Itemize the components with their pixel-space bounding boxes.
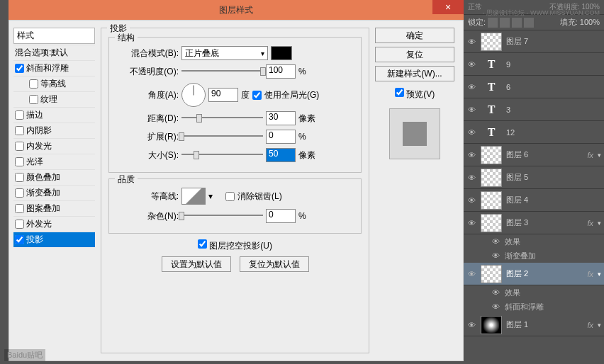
style-checkbox[interactable]	[15, 204, 24, 213]
angle-dial[interactable]	[181, 83, 206, 107]
style-item[interactable]: 内发光	[13, 138, 95, 154]
style-checkbox[interactable]	[15, 142, 24, 151]
style-item[interactable]: 颜色叠加	[13, 169, 95, 185]
size-input[interactable]: 50	[266, 148, 296, 162]
dialog-title-bar[interactable]: 图层样式 ×	[9, 0, 464, 20]
visibility-icon[interactable]: 👁	[466, 151, 476, 159]
layer-thumbnail[interactable]	[481, 33, 502, 51]
blend-mode-select[interactable]: 正片叠底	[181, 46, 268, 60]
visibility-icon[interactable]: 👁	[466, 128, 476, 137]
layer-item[interactable]: 👁图层 6fx ▾	[464, 144, 604, 166]
layer-thumbnail[interactable]: T	[481, 123, 502, 142]
lock-position-icon[interactable]	[512, 18, 522, 28]
layer-item[interactable]: 👁图层 2fx ▾	[464, 263, 604, 285]
visibility-icon[interactable]: 👁	[466, 174, 476, 182]
lock-all-icon[interactable]	[524, 18, 534, 28]
layer-thumbnail[interactable]	[481, 146, 502, 164]
chevron-down-icon[interactable]: ▾	[598, 322, 601, 329]
distance-slider[interactable]	[181, 112, 263, 125]
global-light-checkbox[interactable]	[252, 91, 262, 100]
style-item[interactable]: 渐变叠加	[13, 185, 95, 200]
antialias-checkbox[interactable]	[225, 192, 235, 201]
layer-item[interactable]: 👁T9	[464, 53, 604, 76]
style-item[interactable]: 内阴影	[13, 123, 95, 138]
fx-indicator[interactable]: fx	[587, 151, 593, 159]
visibility-icon[interactable]: 👁	[466, 83, 476, 91]
visibility-icon[interactable]: 👁	[466, 321, 476, 329]
set-default-button[interactable]: 设置为默认值	[162, 256, 231, 272]
opacity-slider[interactable]	[181, 65, 263, 78]
effect-sub-item[interactable]: 👁效果	[464, 285, 604, 300]
size-slider[interactable]	[181, 149, 263, 161]
fx-indicator[interactable]: fx	[587, 270, 593, 278]
opacity-input[interactable]: 100	[266, 64, 296, 79]
noise-slider[interactable]	[181, 210, 263, 222]
effect-sub-item[interactable]: 👁渐变叠加	[464, 249, 604, 263]
visibility-icon[interactable]: 👁	[466, 38, 476, 46]
style-checkbox[interactable]	[15, 235, 24, 244]
layer-thumbnail[interactable]: T	[481, 78, 502, 96]
contour-arrow[interactable]: ▾	[208, 191, 213, 201]
layer-item[interactable]: 👁图层 1fx ▾	[464, 314, 604, 336]
visibility-icon[interactable]: 👁	[491, 237, 500, 246]
styles-header[interactable]: 样式	[13, 28, 95, 44]
layer-item[interactable]: 👁图层 7	[464, 30, 604, 53]
layer-thumbnail[interactable]	[481, 169, 502, 187]
visibility-icon[interactable]: 👁	[466, 196, 476, 205]
layer-item[interactable]: 👁图层 4	[464, 189, 604, 212]
lock-pixels-icon[interactable]	[500, 18, 510, 28]
layer-item[interactable]: 👁图层 3fx ▾	[464, 212, 604, 234]
style-checkbox[interactable]	[15, 173, 24, 182]
knockout-checkbox[interactable]	[198, 239, 207, 249]
fx-indicator[interactable]: fx	[587, 219, 593, 227]
effect-sub-item[interactable]: 👁效果	[464, 234, 604, 249]
layer-item[interactable]: 👁T6	[464, 76, 604, 98]
cancel-button[interactable]: 复位	[375, 47, 454, 62]
style-item[interactable]: 纹理	[13, 91, 95, 107]
visibility-icon[interactable]: 👁	[466, 60, 476, 69]
style-checkbox[interactable]	[15, 126, 24, 135]
layer-thumbnail[interactable]: T	[481, 55, 502, 74]
layer-item[interactable]: 👁T3	[464, 98, 604, 121]
chevron-down-icon[interactable]: ▾	[598, 271, 601, 278]
layer-thumbnail[interactable]	[481, 214, 502, 232]
blend-options-item[interactable]: 混合选项:默认	[13, 45, 95, 60]
distance-input[interactable]: 30	[266, 111, 296, 125]
shadow-color-swatch[interactable]	[271, 46, 292, 60]
style-item[interactable]: 斜面和浮雕	[13, 60, 95, 76]
lock-transparent-icon[interactable]	[488, 18, 498, 28]
preview-checkbox[interactable]	[395, 88, 404, 97]
visibility-icon[interactable]: 👁	[466, 270, 476, 278]
style-checkbox[interactable]	[29, 95, 38, 104]
visibility-icon[interactable]: 👁	[466, 106, 476, 114]
visibility-icon[interactable]: 👁	[466, 219, 476, 227]
effect-sub-item[interactable]: 👁斜面和浮雕	[464, 300, 604, 314]
chevron-down-icon[interactable]: ▾	[598, 152, 601, 159]
restore-default-button[interactable]: 复位为默认值	[240, 256, 309, 272]
new-style-button[interactable]: 新建样式(W)...	[375, 66, 454, 81]
visibility-icon[interactable]: 👁	[491, 288, 500, 297]
style-checkbox[interactable]	[15, 157, 24, 166]
style-item[interactable]: 外发光	[13, 216, 95, 232]
chevron-down-icon[interactable]: ▾	[598, 220, 601, 227]
fx-indicator[interactable]: fx	[587, 321, 593, 329]
layer-thumbnail[interactable]	[481, 265, 502, 283]
spread-slider[interactable]	[181, 130, 263, 143]
style-checkbox[interactable]	[15, 188, 24, 198]
spread-input[interactable]: 0	[266, 130, 296, 144]
style-item[interactable]: 等高线	[13, 76, 95, 91]
noise-input[interactable]: 0	[266, 209, 296, 223]
style-checkbox[interactable]	[15, 64, 24, 73]
layer-thumbnail[interactable]	[481, 316, 502, 334]
layer-thumbnail[interactable]	[481, 191, 502, 210]
layer-thumbnail[interactable]: T	[481, 101, 502, 119]
angle-input[interactable]: 90	[208, 88, 238, 102]
contour-picker[interactable]	[181, 188, 206, 205]
style-item[interactable]: 投影	[13, 232, 95, 247]
visibility-icon[interactable]: 👁	[491, 251, 500, 260]
style-item[interactable]: 图案叠加	[13, 200, 95, 216]
ok-button[interactable]: 确定	[375, 28, 454, 43]
layer-item[interactable]: 👁图层 5	[464, 166, 604, 189]
style-item[interactable]: 描边	[13, 107, 95, 123]
style-item[interactable]: 光泽	[13, 154, 95, 169]
